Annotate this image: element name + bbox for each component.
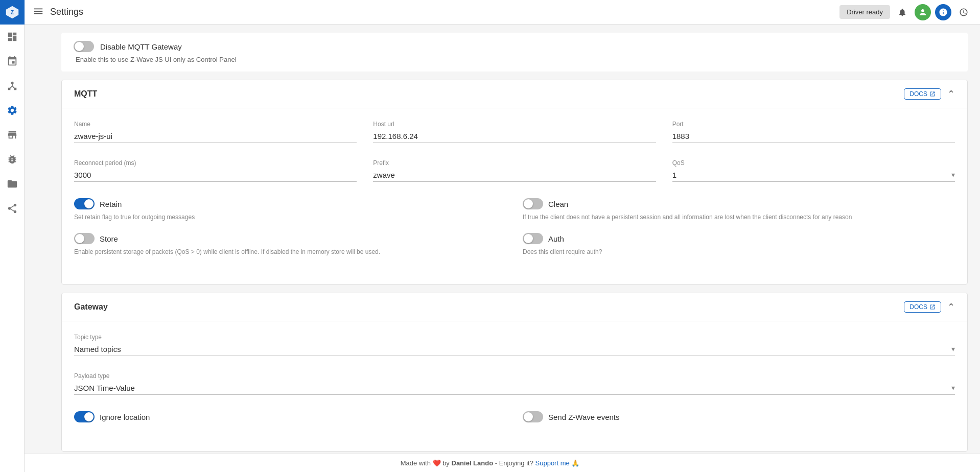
mqtt-auth-toggle[interactable]	[523, 233, 543, 244]
footer-heart: ❤️	[433, 459, 443, 467]
gateway-section-header: Gateway DOCS ⌃	[62, 293, 967, 321]
disable-mqtt-section: Disable MQTT Gateway Enable this to use …	[61, 33, 968, 72]
footer: Made with ❤️ by Daniel Lando - Enjoying …	[0, 454, 980, 472]
gateway-docs-button[interactable]: DOCS	[904, 301, 941, 313]
mqtt-row-1: Name Host url Port	[74, 121, 955, 143]
notifications-button[interactable]	[894, 4, 911, 20]
mqtt-section-title: MQTT	[74, 89, 97, 99]
mqtt-clean-desc: If true the client does not have a persi…	[523, 214, 955, 221]
gateway-section: Gateway DOCS ⌃ Topic type	[61, 293, 968, 452]
main-content: Disable MQTT Gateway Enable this to use …	[49, 25, 980, 472]
gateway-send-zwave-field: Send Z-Wave events	[523, 411, 955, 422]
mqtt-qos-select-wrapper: 0 1 2	[672, 169, 955, 182]
gateway-send-zwave-toggle[interactable]	[523, 411, 543, 422]
mqtt-qos-select[interactable]: 0 1 2	[672, 169, 955, 182]
footer-text: Made with ❤️ by Daniel Lando - Enjoying …	[401, 459, 580, 467]
gateway-topic-select[interactable]: Named topics Configured entities Short t…	[74, 343, 955, 356]
driver-ready-button[interactable]: Driver ready	[839, 5, 890, 19]
app-logo[interactable]: Z	[0, 0, 25, 25]
mqtt-reconnect-label: Reconnect period (ms)	[74, 159, 357, 167]
gateway-payload-select-wrapper: JSON Time-Value JSON RAW value	[74, 382, 955, 395]
sidebar-item-dashboard[interactable]	[0, 25, 25, 49]
gateway-row-3: Ignore location Send Z-Wave events	[74, 411, 955, 422]
mqtt-port-label: Port	[672, 121, 955, 128]
user-status-button[interactable]	[915, 4, 931, 20]
mqtt-store-field: Store Enable persistent storage of packe…	[74, 233, 506, 255]
sidebar-item-mesh[interactable]	[0, 74, 25, 98]
disable-mqtt-desc: Enable this to use Z-Wave JS UI only as …	[76, 56, 237, 63]
mqtt-port-input[interactable]	[672, 130, 955, 143]
footer-support-link[interactable]: Support me 🙏	[535, 459, 580, 467]
mqtt-retain-label: Retain	[100, 200, 122, 208]
mqtt-reconnect-input[interactable]	[74, 169, 357, 182]
gateway-topic-select-wrapper: Named topics Configured entities Short t…	[74, 343, 955, 356]
gateway-collapse-button[interactable]: ⌃	[947, 301, 955, 313]
mqtt-retain-field: Retain Set retain flag to true for outgo…	[74, 198, 506, 221]
gateway-section-body: Topic type Named topics Configured entit…	[62, 321, 967, 451]
mqtt-port-field: Port	[672, 121, 955, 143]
gateway-ignore-location-label: Ignore location	[100, 413, 150, 421]
gateway-row-1: Topic type Named topics Configured entit…	[74, 334, 955, 356]
gateway-section-title: Gateway	[74, 302, 108, 312]
clock-button[interactable]	[955, 4, 972, 20]
sidebar-item-share[interactable]	[0, 196, 25, 221]
mqtt-auth-desc: Does this client require auth?	[523, 248, 955, 255]
mqtt-name-input[interactable]	[74, 130, 357, 143]
topbar: Settings Driver ready	[25, 0, 980, 25]
gateway-payload-select[interactable]: JSON Time-Value JSON RAW value	[74, 382, 955, 395]
sidebar-item-files[interactable]	[0, 172, 25, 196]
gateway-topic-label: Topic type	[74, 334, 955, 341]
mqtt-reconnect-field: Reconnect period (ms)	[74, 159, 357, 182]
mqtt-store-toggle[interactable]	[74, 233, 95, 244]
mqtt-name-field: Name	[74, 121, 357, 143]
gateway-send-zwave-label: Send Z-Wave events	[548, 413, 620, 421]
footer-author: Daniel Lando	[452, 459, 494, 467]
mqtt-auth-label: Auth	[548, 234, 564, 243]
gateway-payload-field: Payload type JSON Time-Value JSON RAW va…	[74, 372, 955, 395]
info-button[interactable]	[935, 4, 951, 20]
sidebar-item-devices[interactable]	[0, 49, 25, 74]
topbar-actions: Driver ready	[839, 4, 972, 20]
disable-mqtt-label: Disable MQTT Gateway	[100, 42, 182, 51]
mqtt-section-header: MQTT DOCS ⌃	[62, 80, 967, 108]
mqtt-clean-toggle[interactable]	[523, 198, 543, 209]
sidebar: Z	[0, 0, 25, 472]
gateway-ignore-location-field: Ignore location	[74, 411, 506, 422]
mqtt-section-body: Name Host url Port	[62, 108, 967, 284]
sidebar-item-debug[interactable]	[0, 147, 25, 172]
mqtt-host-input[interactable]	[373, 130, 656, 143]
mqtt-row-2: Reconnect period (ms) Prefix QoS 0	[74, 159, 955, 182]
mqtt-auth-field: Auth Does this client require auth?	[523, 233, 955, 255]
gateway-row-2: Payload type JSON Time-Value JSON RAW va…	[74, 372, 955, 395]
mqtt-retain-desc: Set retain flag to true for outgoing mes…	[74, 214, 506, 221]
gateway-ignore-location-toggle[interactable]	[74, 411, 95, 422]
mqtt-store-desc: Enable persistent storage of packets (Qo…	[74, 248, 506, 255]
mqtt-collapse-button[interactable]: ⌃	[947, 88, 955, 100]
mqtt-row-3: Retain Set retain flag to true for outgo…	[74, 198, 955, 221]
mqtt-qos-field: QoS 0 1 2	[672, 159, 955, 182]
page-title: Settings	[50, 7, 839, 17]
sidebar-item-settings[interactable]	[0, 98, 25, 123]
mqtt-name-label: Name	[74, 121, 357, 128]
mqtt-qos-label: QoS	[672, 159, 955, 167]
gateway-topic-field: Topic type Named topics Configured entit…	[74, 334, 955, 356]
mqtt-prefix-field: Prefix	[373, 159, 656, 182]
mqtt-docs-button[interactable]: DOCS	[904, 88, 941, 100]
gateway-payload-label: Payload type	[74, 372, 955, 380]
mqtt-section: MQTT DOCS ⌃ Name	[61, 80, 968, 285]
mqtt-host-field: Host url	[373, 121, 656, 143]
mqtt-prefix-input[interactable]	[373, 169, 656, 182]
mqtt-store-label: Store	[100, 234, 118, 243]
mqtt-host-label: Host url	[373, 121, 656, 128]
mqtt-prefix-label: Prefix	[373, 159, 656, 167]
sidebar-item-store[interactable]	[0, 123, 25, 147]
mqtt-retain-toggle[interactable]	[74, 198, 95, 209]
svg-text:Z: Z	[10, 9, 14, 15]
mqtt-row-4: Store Enable persistent storage of packe…	[74, 233, 955, 255]
mqtt-clean-label: Clean	[548, 200, 568, 208]
disable-mqtt-toggle[interactable]	[74, 41, 94, 52]
mqtt-clean-field: Clean If true the client does not have a…	[523, 198, 955, 221]
menu-icon[interactable]	[33, 6, 44, 18]
